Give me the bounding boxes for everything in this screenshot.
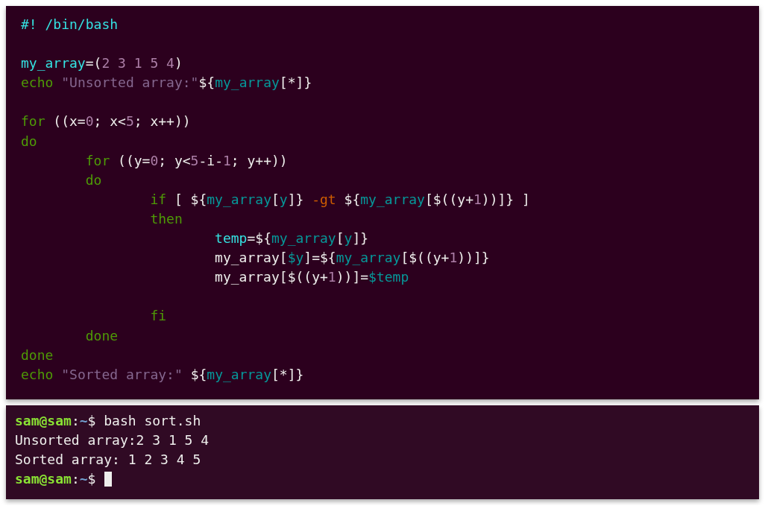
- for-outer-a: ((x=: [45, 113, 86, 129]
- s2-expr-b: 1: [449, 250, 457, 265]
- for-outer-5: 5: [126, 113, 134, 129]
- assign-open: =(: [86, 55, 102, 71]
- s2-idx-open: [: [400, 250, 409, 265]
- for-inner-a: ((y=: [110, 153, 150, 168]
- output-line-1: Unsorted array:2 3 1 5 4: [15, 432, 209, 448]
- for-kw-inner: for: [86, 153, 110, 168]
- prompt-user2: sam: [15, 471, 40, 487]
- for-outer-c: ; x++)): [134, 113, 191, 129]
- array-literal: 2 3 1 5 4: [101, 55, 174, 71]
- command-text: bash sort.sh: [104, 413, 201, 428]
- s2-lhs1: my_array: [215, 250, 280, 265]
- idx-open: [: [280, 75, 288, 90]
- s2-lhs3: $y: [288, 250, 304, 265]
- s2-var: my_array: [336, 250, 401, 265]
- string-close2: ": [174, 367, 183, 382]
- s2-expr-a: y+: [433, 250, 450, 265]
- prompt-user: sam: [15, 413, 40, 428]
- s3-arith-open: $((: [288, 269, 312, 285]
- for-inner-c: -i-: [198, 153, 223, 168]
- echo-kw: echo: [21, 75, 53, 90]
- s3-eq: =: [360, 269, 368, 285]
- l-idx-open: [: [271, 191, 280, 207]
- for-inner-d: ; y++)): [231, 153, 288, 168]
- temp-decl: temp: [215, 230, 247, 246]
- expand-var: my_array: [215, 75, 280, 90]
- s3-rhs: $temp: [368, 269, 409, 285]
- idx-open2: [: [271, 367, 280, 382]
- prompt-sep2: :: [72, 413, 80, 428]
- r-arith-close: )): [482, 191, 498, 207]
- r-expr-a: y+: [457, 191, 473, 207]
- s2-exp-close: }: [482, 250, 490, 265]
- string-text2: Sorted array:: [69, 367, 174, 382]
- s3-idx-open: [: [280, 269, 288, 285]
- s2-lhs2: [: [280, 250, 288, 265]
- string-open2: ": [53, 367, 69, 382]
- r-expr-b: 1: [473, 191, 482, 207]
- cursor-icon: [104, 472, 112, 487]
- temp-eq: =: [247, 230, 255, 246]
- indent: [21, 308, 150, 323]
- indent: [21, 172, 86, 188]
- prompt-sep1b: @: [40, 471, 48, 487]
- l-exp-close: }: [296, 191, 304, 207]
- then-kw: then: [150, 211, 182, 227]
- indent: [21, 269, 215, 285]
- prompt-path: ~: [80, 413, 88, 428]
- s3-lhs1: my_array: [215, 269, 280, 285]
- expand-var2: my_array: [207, 367, 271, 382]
- idx-close: ]: [296, 75, 304, 90]
- s3-arith-close: )): [336, 269, 353, 285]
- expand-open2: ${: [191, 367, 207, 382]
- prompt-sep2b: :: [72, 471, 80, 487]
- done-kw-inner: done: [86, 328, 118, 343]
- l-idx: y: [280, 191, 288, 207]
- l-exp-open: ${: [191, 191, 207, 207]
- shebang-path: /bin/bash: [37, 16, 118, 32]
- s2-idx-close: ]: [473, 250, 482, 265]
- t-idx: y: [344, 230, 353, 246]
- indent: [21, 328, 86, 343]
- done-kw-outer: done: [21, 347, 53, 363]
- for-inner-0: 0: [150, 153, 158, 168]
- s3-expr-a: y+: [312, 269, 328, 285]
- if-open: [: [166, 191, 191, 207]
- r-arith-open: $((: [433, 191, 458, 207]
- for-inner-5: 5: [191, 153, 199, 168]
- for-outer-0: 0: [86, 113, 94, 129]
- string-open: ": [53, 75, 69, 90]
- if-close: ]: [514, 191, 530, 207]
- expand-close2: }: [296, 367, 304, 382]
- expand-open: ${: [198, 75, 215, 90]
- shebang: #!: [21, 16, 37, 32]
- prompt-sigil2: $: [88, 471, 104, 487]
- l-idx-close: ]: [288, 191, 296, 207]
- s3-idx-close: ]: [352, 269, 360, 285]
- t-idx-close: ]: [352, 230, 360, 246]
- indent: [21, 153, 86, 168]
- indent: [21, 191, 150, 207]
- var-decl: my_array: [21, 55, 86, 71]
- t-exp-open: ${: [255, 230, 271, 246]
- t-idx-open: [: [336, 230, 344, 246]
- fi-kw: fi: [150, 308, 166, 323]
- r-idx-open: [: [425, 191, 433, 207]
- echo-kw-2: echo: [21, 367, 53, 382]
- string-text: Unsorted array:: [69, 75, 191, 90]
- indent: [21, 230, 215, 246]
- idx-star2: *: [280, 367, 288, 382]
- t-var: my_array: [271, 230, 336, 246]
- s3-expr-b: 1: [328, 269, 336, 285]
- output-line-2: Sorted array: 1 2 3 4 5: [15, 452, 201, 467]
- for-inner-1: 1: [223, 153, 231, 168]
- s2-arith-close: )): [457, 250, 473, 265]
- expand-close: }: [303, 75, 312, 90]
- for-inner-b: ; y<: [158, 153, 190, 168]
- assign-close: ): [174, 55, 183, 71]
- terminal-output-panel[interactable]: sam@sam:~$ bash sort.sh Unsorted array:2…: [6, 405, 759, 499]
- r-idx-close: ]: [498, 191, 506, 207]
- r-exp-open: ${: [344, 191, 361, 207]
- t-exp-close: }: [360, 230, 368, 246]
- gt-op: -gt: [303, 191, 344, 207]
